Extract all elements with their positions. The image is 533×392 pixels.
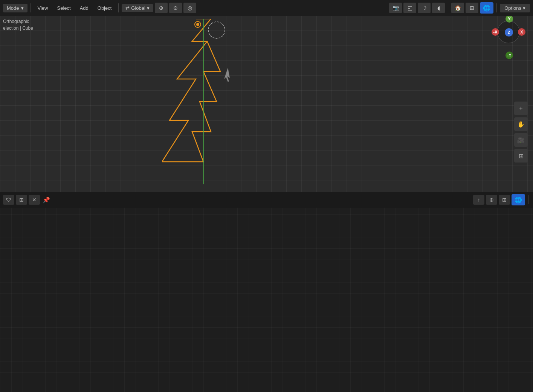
camera-btn[interactable]: 📷 — [389, 3, 402, 13]
node-editor[interactable]: 🛡 ⊞ ✕ 📌 ↑ ⊕ ⊞ 🌐 ∨ Group Input — [0, 192, 533, 392]
online-btn[interactable]: 🌐 — [480, 2, 493, 14]
separator3 — [448, 3, 448, 12]
layout-btn[interactable]: ⊞ — [514, 149, 528, 163]
horizon-line — [0, 49, 533, 49]
axis-y-bottom-btn[interactable]: -Y — [506, 52, 513, 59]
menubar: Mode ▾ View Select Add Object ⇄ Global ▾… — [0, 0, 533, 16]
editor-type-btn[interactable]: 🏠 — [451, 3, 464, 13]
axis-y-btn[interactable]: Y — [506, 15, 513, 23]
separator4 — [496, 3, 497, 12]
proportional-btn[interactable]: ⊙ — [169, 3, 182, 13]
render-mode-btn[interactable]: ◱ — [403, 3, 416, 13]
axis-z-btn[interactable]: Z — [505, 28, 513, 36]
node-snap-btn[interactable]: ⊕ — [486, 195, 497, 205]
object-menu[interactable]: Object — [94, 4, 116, 12]
node-zoom-btn[interactable]: ↑ — [473, 195, 484, 205]
projection-label: Orthographic — [3, 19, 29, 24]
overlay-btn[interactable]: ◎ — [183, 3, 196, 13]
node-sep — [528, 195, 528, 204]
axis-x-left-btn[interactable]: -X — [492, 28, 499, 36]
node-copy-btn[interactable]: ⊞ — [16, 195, 27, 205]
separator2 — [118, 3, 119, 12]
node-globe-btn[interactable]: 🌐 — [512, 194, 525, 205]
shading-btn2[interactable]: ◖ — [432, 3, 445, 13]
viewport-3d[interactable]: Mode ▾ View Select Add Object ⇄ Global ▾… — [0, 0, 533, 192]
pin-btn[interactable]: 📌 — [41, 195, 51, 205]
axis-x-right-btn[interactable]: X — [518, 28, 525, 36]
snap-btn2[interactable]: ⊞ — [466, 3, 478, 13]
separator — [31, 3, 31, 12]
node-close-btn[interactable]: ✕ — [29, 195, 40, 205]
viewport-shading-btn[interactable]: ☽ — [418, 3, 431, 13]
context-label: election | Cube — [3, 26, 33, 31]
tool-shelf: + ✋ 🎥 ⊞ — [514, 102, 528, 163]
svg-point-2 — [196, 23, 199, 26]
view-menu[interactable]: View — [34, 4, 52, 12]
svg-point-3 — [208, 22, 225, 38]
options-btn[interactable]: Options ▾ — [500, 4, 530, 12]
node-shield-btn[interactable]: 🛡 — [3, 195, 14, 205]
node-toolbar: 🛡 ⊞ ✕ 📌 ↑ ⊕ ⊞ 🌐 — [0, 192, 533, 208]
pan-btn[interactable]: ✋ — [514, 117, 528, 131]
transform-orient-btn[interactable]: ⇄ Global ▾ — [122, 4, 153, 12]
node-layout-btn[interactable]: ⊞ — [499, 195, 510, 205]
select-menu[interactable]: Select — [53, 4, 74, 12]
node-connections — [0, 192, 533, 392]
zoom-in-btn[interactable]: + — [514, 102, 528, 115]
snap-btn[interactable]: ⊕ — [155, 3, 168, 13]
viewport-object — [162, 19, 245, 184]
camera-view-btn[interactable]: 🎥 — [514, 133, 528, 147]
add-menu[interactable]: Add — [76, 4, 92, 12]
navigation-gizmo[interactable]: Y X -X Z -Y — [492, 21, 525, 55]
mode-menu[interactable]: Mode ▾ — [3, 4, 27, 12]
